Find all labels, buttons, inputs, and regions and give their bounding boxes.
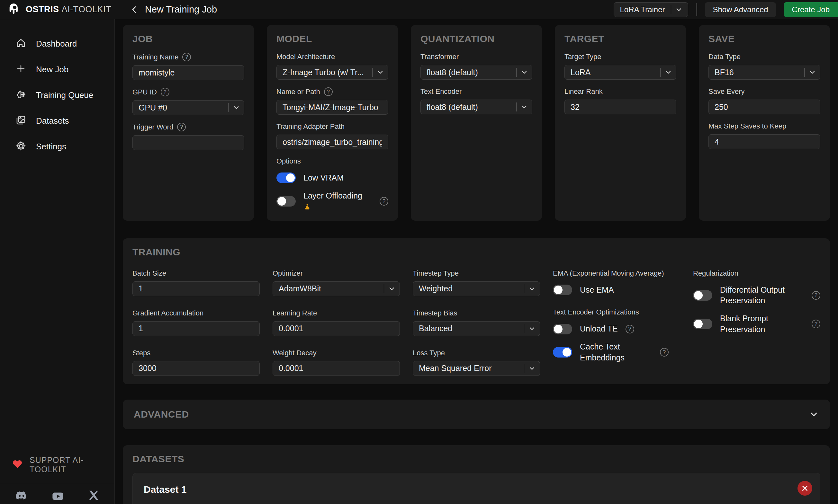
learning-rate-label: Learning Rate: [273, 309, 317, 317]
gear-icon: [15, 140, 27, 152]
unload-te-toggle[interactable]: [553, 324, 572, 335]
unload-te-label: Unload TE: [580, 323, 618, 335]
advanced-panel[interactable]: ADVANCED: [123, 400, 830, 429]
sidebar-item-training-queue[interactable]: Training Queue: [0, 86, 115, 104]
text-encoder-select[interactable]: float8 (default): [420, 100, 532, 114]
save-every-input[interactable]: [709, 100, 820, 114]
loss-type-select[interactable]: Mean Squared Error: [413, 361, 540, 376]
home-icon: [15, 38, 27, 50]
target-panel: TARGET Target Type LoRA Linear Rank: [555, 25, 686, 221]
help-icon[interactable]: ?: [324, 87, 333, 96]
use-ema-toggle[interactable]: [553, 285, 572, 295]
linear-rank-field: Linear Rank: [564, 87, 676, 114]
steps-label: Steps: [133, 349, 151, 357]
gpu-id-select-value: GPU #0: [139, 103, 223, 112]
show-advanced-button[interactable]: Show Advanced: [705, 2, 775, 17]
x-icon[interactable]: [87, 489, 100, 504]
batch-size-input[interactable]: [133, 282, 260, 296]
cache-text-embeddings-label: Cache Text Embeddings: [580, 341, 644, 363]
select-divider: [660, 68, 661, 77]
dataset-card: Dataset 1 Target Dataset momistyle Defau…: [133, 473, 820, 504]
gradient-accumulation-label: Gradient Accumulation: [133, 309, 204, 317]
learning-rate-input[interactable]: [273, 321, 400, 336]
layer-offloading-toggle[interactable]: [276, 196, 296, 206]
optimizer-label: Optimizer: [273, 269, 303, 277]
help-icon[interactable]: ?: [811, 320, 820, 328]
training-panel: TRAINING Batch Size Optimizer AdamW8Bit …: [123, 238, 830, 384]
adapter-path-input[interactable]: [276, 134, 388, 149]
gradient-accumulation-input[interactable]: [133, 321, 260, 336]
brand: OSTRISAI-TOOLKIT: [0, 2, 108, 17]
sidebar-item-dashboard[interactable]: Dashboard: [0, 35, 115, 53]
sidebar-item-settings[interactable]: Settings: [0, 138, 115, 156]
help-icon[interactable]: ?: [626, 325, 634, 334]
help-icon[interactable]: ?: [161, 88, 169, 96]
remove-dataset-button[interactable]: [798, 481, 812, 496]
timestep-bias-label: Timestep Bias: [413, 309, 457, 317]
create-job-button[interactable]: Create Job: [784, 2, 838, 17]
layer-offloading-label: Layer Offloading: [303, 191, 362, 200]
model-architecture-select[interactable]: Z-Image Turbo (w/ Tr...: [276, 65, 388, 80]
model-architecture-field: Model Architecture Z-Image Turbo (w/ Tr.…: [276, 53, 388, 80]
select-divider: [671, 5, 671, 14]
timestep-type-label: Timestep Type: [413, 269, 459, 277]
sidebar-nav: Dashboard New Job Training Queue Dataset…: [0, 19, 115, 156]
support-link[interactable]: SUPPORT AI-TOOLKIT: [0, 455, 115, 474]
save-every-field: Save Every: [709, 87, 820, 114]
advanced-panel-title: ADVANCED: [134, 409, 189, 420]
training-name-input[interactable]: [133, 65, 244, 80]
help-icon[interactable]: ?: [811, 291, 820, 300]
steps-input[interactable]: [133, 361, 260, 376]
transformer-field: Transformer float8 (default): [420, 53, 532, 80]
gpu-id-select[interactable]: GPU #0: [133, 100, 244, 115]
select-divider: [524, 284, 524, 293]
low-vram-toggle[interactable]: [276, 173, 296, 183]
select-divider: [516, 68, 517, 77]
social-links: [0, 484, 115, 504]
main-content: JOB Training Name ? GPU ID ? GPU #0: [115, 19, 838, 504]
name-or-path-input[interactable]: [276, 100, 388, 115]
sidebar-item-datasets[interactable]: Datasets: [0, 112, 115, 130]
topbar-divider: [696, 3, 697, 16]
trainer-select[interactable]: LoRA Trainer: [614, 2, 688, 17]
chevron-down-icon: [388, 285, 396, 293]
sidebar-item-label: Training Queue: [36, 90, 93, 100]
blank-prompt-preservation-toggle[interactable]: [693, 319, 712, 329]
low-vram-row: Low VRAM: [276, 173, 388, 183]
optimizer-select[interactable]: AdamW8Bit: [273, 282, 400, 296]
weight-decay-input[interactable]: [273, 361, 400, 376]
data-type-select[interactable]: BF16: [709, 65, 820, 80]
options-label: Options: [276, 157, 388, 165]
timestep-type-select[interactable]: Weighted: [413, 282, 540, 296]
transformer-value: float8 (default): [426, 68, 510, 77]
help-icon[interactable]: ?: [177, 123, 186, 131]
linear-rank-input[interactable]: [564, 100, 676, 114]
loss-type-label: Loss Type: [413, 349, 445, 357]
max-step-saves-label: Max Step Saves to Keep: [709, 122, 786, 130]
transformer-select[interactable]: float8 (default): [420, 65, 532, 80]
target-type-select[interactable]: LoRA: [564, 65, 676, 80]
model-architecture-label: Model Architecture: [276, 53, 335, 61]
help-icon[interactable]: ?: [182, 53, 191, 61]
help-icon[interactable]: ?: [660, 348, 669, 357]
discord-icon[interactable]: [15, 489, 28, 504]
use-ema-label: Use EMA: [580, 285, 614, 295]
sidebar-item-new-job[interactable]: New Job: [0, 60, 115, 78]
back-icon[interactable]: [129, 5, 139, 15]
help-icon[interactable]: ?: [380, 197, 388, 205]
youtube-icon[interactable]: [51, 489, 65, 504]
blank-prompt-preservation-row: Blank Prompt Preservation ?: [693, 313, 820, 335]
differential-output-preservation-toggle[interactable]: [693, 290, 712, 301]
timestep-bias-select[interactable]: Balanced: [413, 321, 540, 336]
use-ema-row: Use EMA: [553, 285, 680, 295]
max-step-saves-input[interactable]: [709, 134, 820, 149]
cache-text-embeddings-toggle[interactable]: [553, 347, 572, 358]
quantization-panel-title: QUANTIZATION: [420, 33, 532, 44]
select-divider: [516, 103, 517, 111]
layer-offloading-row: Layer Offloading ?: [276, 191, 388, 212]
trigger-word-input[interactable]: [133, 135, 244, 150]
chevron-down-icon[interactable]: [809, 409, 819, 419]
target-type-label: Target Type: [564, 53, 601, 61]
images-icon: [15, 115, 27, 127]
gpu-id-label: GPU ID: [133, 88, 157, 96]
